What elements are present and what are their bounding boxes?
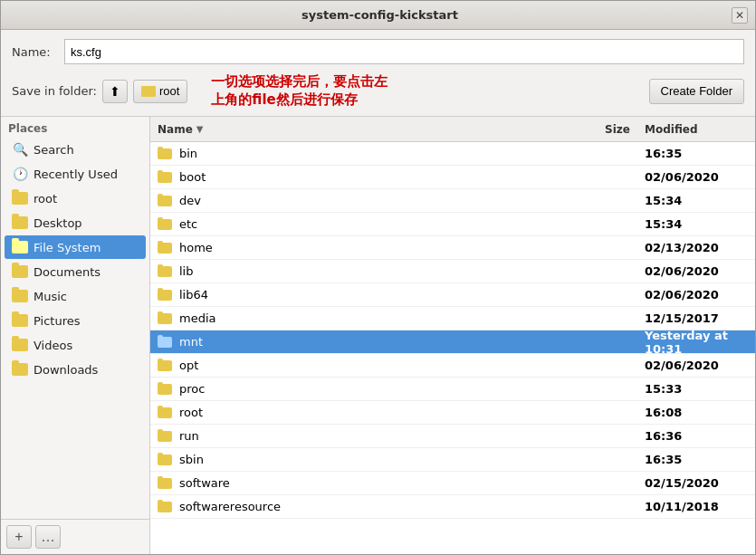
- places-header: Places: [1, 117, 149, 137]
- table-row[interactable]: proc 15:33: [150, 378, 755, 401]
- folder-icon: [158, 384, 172, 395]
- folder-icon: [12, 216, 28, 229]
- folder-icon: [158, 431, 172, 442]
- folder-icon: [12, 265, 28, 278]
- file-name: boot: [179, 170, 206, 184]
- sidebar-items: 🔍 Search 🕐 Recently Used root Desktop Fi…: [1, 137, 149, 382]
- file-name: opt: [179, 359, 198, 372]
- folder-icon: [12, 290, 28, 302]
- dialog-window: system-config-kickstart ✕ Name: Save in …: [0, 0, 756, 555]
- save-in-folder-label: Save in folder:: [12, 84, 97, 98]
- file-modified: 02/06/2020: [637, 359, 755, 372]
- file-modified: 15:34: [637, 217, 755, 231]
- table-row[interactable]: mnt Yesterday at 10:31: [150, 330, 755, 354]
- folder-icon: [158, 148, 172, 159]
- table-row[interactable]: home 02/13/2020: [150, 236, 755, 260]
- file-name: softwareresource: [179, 500, 281, 513]
- file-modified: 16:36: [637, 429, 755, 443]
- main-area: Places 🔍 Search 🕐 Recently Used root Des…: [1, 116, 755, 554]
- folder-icon: [12, 339, 28, 351]
- close-button[interactable]: ✕: [732, 7, 748, 24]
- titlebar: system-config-kickstart ✕: [1, 1, 755, 30]
- annotation-text: 一切选项选择完后，要点击左 上角的file然后进行保存: [211, 73, 388, 109]
- sidebar-item-label: Desktop: [33, 216, 82, 230]
- file-modified: 15:33: [637, 382, 755, 396]
- more-options-button[interactable]: …: [35, 525, 61, 549]
- sidebar-bottom: + …: [1, 519, 149, 554]
- search-icon: 🔍: [13, 142, 28, 157]
- file-name: media: [179, 311, 216, 325]
- table-row[interactable]: dev 15:34: [150, 189, 755, 213]
- sidebar-item-label: Music: [33, 290, 67, 303]
- column-name[interactable]: Name ▼: [150, 123, 583, 136]
- sidebar-item-search[interactable]: 🔍 Search: [5, 138, 146, 161]
- sidebar-item-root-home[interactable]: root: [5, 187, 146, 210]
- table-row[interactable]: root 16:08: [150, 401, 755, 425]
- folder-icon: [158, 290, 172, 301]
- table-row[interactable]: etc 15:34: [150, 213, 755, 236]
- file-modified: 02/06/2020: [637, 264, 755, 278]
- folder-icon: [141, 86, 156, 97]
- sidebar-item-music[interactable]: Music: [5, 284, 146, 308]
- folder-icon: [12, 314, 28, 327]
- file-modified: 02/06/2020: [637, 288, 755, 301]
- folder-icon: [158, 266, 172, 277]
- file-modified: 16:35: [637, 147, 755, 160]
- folder-icon: [12, 192, 28, 205]
- folder-icon: [158, 243, 172, 254]
- sidebar-item-videos[interactable]: Videos: [5, 333, 146, 357]
- sidebar-item-label: Recently Used: [33, 167, 118, 181]
- table-row[interactable]: sbin 16:35: [150, 448, 755, 472]
- column-size[interactable]: Size: [583, 123, 637, 136]
- file-modified: 16:08: [637, 406, 755, 419]
- add-bookmark-button[interactable]: +: [6, 525, 32, 549]
- sidebar-item-recently-used[interactable]: 🕐 Recently Used: [5, 162, 146, 186]
- sidebar-item-file-system[interactable]: File System: [5, 235, 146, 259]
- name-row: Name:: [1, 30, 755, 70]
- sidebar-item-downloads[interactable]: Downloads: [5, 358, 146, 381]
- column-modified[interactable]: Modified: [637, 123, 755, 136]
- file-modified: 10/11/2018: [637, 500, 755, 513]
- filename-input[interactable]: [64, 39, 744, 64]
- table-row[interactable]: media 12/15/2017: [150, 307, 755, 330]
- folder-icon: [158, 407, 172, 418]
- folder-icon: [158, 196, 172, 206]
- file-name: software: [179, 476, 230, 490]
- sort-arrow-icon: ▼: [196, 124, 204, 134]
- file-name: dev: [179, 194, 201, 207]
- sidebar: Places 🔍 Search 🕐 Recently Used root Des…: [1, 117, 150, 554]
- table-row[interactable]: software 02/15/2020: [150, 472, 755, 495]
- create-folder-button[interactable]: Create Folder: [649, 79, 744, 104]
- file-list: Name ▼ Size Modified bin 16:35 boot 02/0…: [150, 117, 755, 554]
- file-modified: 12/15/2017: [637, 311, 755, 325]
- sidebar-item-label: Documents: [33, 265, 100, 279]
- folder-up-button[interactable]: ⬆: [102, 80, 128, 103]
- table-row[interactable]: run 16:36: [150, 425, 755, 448]
- file-name: proc: [179, 382, 205, 396]
- table-row[interactable]: lib 02/06/2020: [150, 260, 755, 283]
- sidebar-item-pictures[interactable]: Pictures: [5, 309, 146, 332]
- file-modified: 02/13/2020: [637, 241, 755, 254]
- folder-icon: [12, 363, 28, 376]
- folder-icon: [158, 337, 172, 348]
- folder-icon: [158, 172, 172, 183]
- folder-path-button[interactable]: root: [133, 80, 187, 103]
- folder-icon: [158, 502, 172, 512]
- table-row[interactable]: opt 02/06/2020: [150, 354, 755, 378]
- folder-icon: [158, 360, 172, 371]
- table-row[interactable]: softwareresource 10/11/2018: [150, 495, 755, 519]
- folder-icon: [158, 455, 172, 465]
- sidebar-item-documents[interactable]: Documents: [5, 260, 146, 283]
- sidebar-item-label: Search: [33, 143, 74, 157]
- table-row[interactable]: lib64 02/06/2020: [150, 283, 755, 307]
- file-name: bin: [179, 147, 197, 160]
- sidebar-item-desktop[interactable]: Desktop: [5, 211, 146, 234]
- table-row[interactable]: boot 02/06/2020: [150, 166, 755, 189]
- table-row[interactable]: bin 16:35: [150, 142, 755, 166]
- file-modified: 15:34: [637, 194, 755, 207]
- sidebar-item-label: Downloads: [33, 363, 98, 377]
- file-name: run: [179, 429, 199, 443]
- file-modified: 16:35: [637, 453, 755, 466]
- file-name: root: [179, 406, 203, 419]
- file-name: sbin: [179, 453, 204, 466]
